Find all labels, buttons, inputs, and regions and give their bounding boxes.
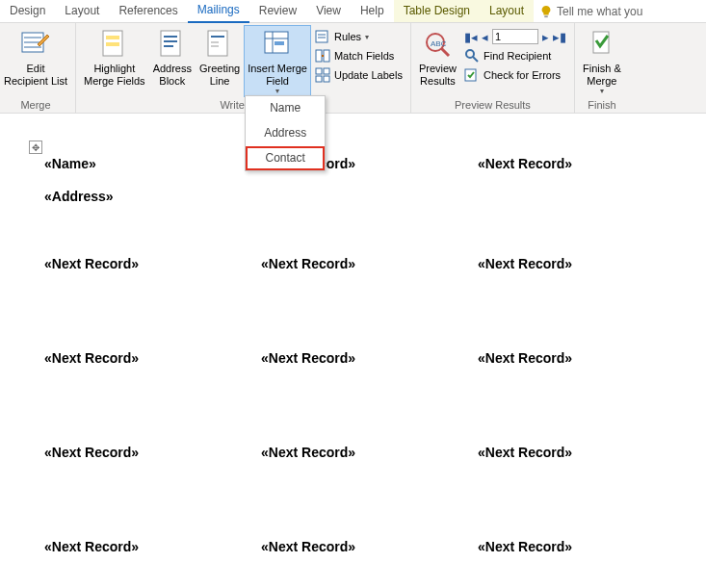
last-record-button[interactable]: ▸▮ <box>553 30 566 44</box>
svg-point-33 <box>466 50 474 58</box>
preview-icon: ABC <box>422 29 453 60</box>
label-cell[interactable]: «Next Record» <box>261 533 478 588</box>
svg-rect-27 <box>324 68 329 74</box>
tab-mailings[interactable]: Mailings <box>188 0 249 23</box>
label-cell[interactable]: «Next Record» <box>478 345 694 439</box>
lightbulb-icon <box>539 5 553 18</box>
svg-rect-28 <box>316 76 322 82</box>
next-record-button[interactable]: ▸ <box>542 30 549 44</box>
label-cell[interactable]: «Next Record» <box>478 439 694 533</box>
label-table: «Name» «Address» «Next Record» «Next Rec… <box>44 156 694 588</box>
address-block-button[interactable]: Address Block <box>149 25 196 89</box>
group-label-write: Write & In <box>80 97 406 113</box>
recipient-list-icon <box>20 29 51 60</box>
field-option-name[interactable]: Name <box>246 96 325 121</box>
next-record-field: «Next Record» <box>478 156 572 171</box>
first-record-button[interactable]: ▮◂ <box>464 30 478 44</box>
update-labels-icon <box>315 67 330 83</box>
svg-rect-26 <box>316 68 322 74</box>
address-block-icon <box>157 29 188 60</box>
finish-icon <box>587 29 617 60</box>
record-navigator: ▮◂ ◂ ▸ ▸▮ <box>460 27 570 46</box>
svg-rect-0 <box>544 15 548 17</box>
tab-review[interactable]: Review <box>249 0 306 22</box>
svg-rect-36 <box>593 32 609 53</box>
match-fields-icon <box>315 48 330 64</box>
highlight-merge-fields-button[interactable]: Highlight Merge Fields <box>80 25 149 89</box>
check-errors-button[interactable]: Check for Errors <box>460 65 570 85</box>
next-record-field: «Next Record» <box>44 350 139 366</box>
chevron-down-icon: ▾ <box>365 33 369 41</box>
label-cell[interactable]: «Next Record» <box>261 345 478 439</box>
update-labels-button[interactable]: Update Labels <box>311 65 406 85</box>
next-record-field: «Next Record» <box>478 350 572 366</box>
tab-view[interactable]: View <box>306 0 351 22</box>
insert-merge-field-button[interactable]: Insert Merge Field ▾ Name Address Contac… <box>244 25 311 97</box>
svg-line-31 <box>441 48 449 56</box>
merge-field-address: «Address» <box>44 189 261 204</box>
label-cell[interactable]: «Next Record» <box>478 533 694 588</box>
label-cell[interactable]: «Name» «Address» <box>44 156 261 250</box>
label-cell[interactable]: «Next Record» <box>44 250 261 345</box>
merge-field-dropdown: Name Address Contact <box>245 95 326 171</box>
svg-rect-19 <box>275 41 284 45</box>
insert-field-icon <box>262 29 293 60</box>
svg-text:ABC: ABC <box>431 39 447 48</box>
label-cell[interactable]: «Next Record» <box>261 439 478 533</box>
highlight-icon <box>99 29 130 60</box>
svg-rect-7 <box>106 42 119 46</box>
preview-results-button[interactable]: ABC Preview Results <box>415 25 460 89</box>
label-cell[interactable]: «Next Record» <box>478 156 694 250</box>
tell-me-text: Tell me what you <box>557 5 642 18</box>
field-option-contact[interactable]: Contact <box>246 146 325 171</box>
svg-rect-6 <box>106 36 119 39</box>
tab-table-layout[interactable]: Layout <box>480 0 534 22</box>
next-record-field: «Next Record» <box>478 256 572 271</box>
group-label-finish: Finish <box>579 97 625 113</box>
svg-rect-24 <box>324 50 329 62</box>
document-canvas[interactable]: ✥ «Name» «Address» «Next Record» «Next R… <box>0 114 706 588</box>
rules-icon <box>315 29 330 44</box>
chevron-down-icon: ▾ <box>600 87 604 95</box>
next-record-field: «Next Record» <box>261 350 355 366</box>
svg-line-34 <box>473 57 478 62</box>
find-icon <box>464 48 480 64</box>
find-recipient-button[interactable]: Find Recipient <box>460 46 570 65</box>
next-record-field: «Next Record» <box>261 256 355 271</box>
next-record-field: «Next Record» <box>261 539 355 554</box>
svg-rect-8 <box>161 31 180 56</box>
label-cell[interactable]: «Next Record» <box>44 533 261 588</box>
next-record-field: «Next Record» <box>44 445 139 460</box>
label-cell[interactable]: «Next Record» <box>44 345 261 439</box>
svg-rect-20 <box>316 31 327 42</box>
group-label-preview: Preview Results <box>415 97 570 113</box>
label-cell[interactable]: «Next Record» <box>44 439 261 533</box>
record-number-input[interactable] <box>492 29 538 44</box>
ribbon: Edit Recipient List Merge Highlight Merg… <box>0 23 706 114</box>
group-label-merge: Merge <box>0 97 71 113</box>
tab-design[interactable]: Design <box>0 0 55 22</box>
rules-button[interactable]: Rules ▾ <box>311 27 406 46</box>
svg-rect-29 <box>324 76 329 82</box>
tab-table-design[interactable]: Table Design <box>394 0 480 22</box>
greeting-line-button[interactable]: Greeting Line <box>196 25 244 89</box>
match-fields-button[interactable]: Match Fields <box>311 46 406 65</box>
prev-record-button[interactable]: ◂ <box>482 30 488 44</box>
tab-layout[interactable]: Layout <box>55 0 109 22</box>
ribbon-tabs: Design Layout References Mailings Review… <box>0 0 706 23</box>
tell-me-search[interactable]: Tell me what you <box>534 5 642 18</box>
edit-recipient-list-button[interactable]: Edit Recipient List <box>0 25 71 89</box>
table-move-handle[interactable]: ✥ <box>29 141 42 154</box>
merge-field-name: «Name» <box>44 156 261 171</box>
label-cell[interactable]: «Next Record» <box>478 250 694 345</box>
greeting-icon <box>204 29 235 60</box>
svg-rect-23 <box>316 50 322 62</box>
next-record-field: «Next Record» <box>261 445 355 460</box>
finish-merge-button[interactable]: Finish & Merge ▾ <box>579 25 625 97</box>
tab-help[interactable]: Help <box>351 0 394 22</box>
label-cell[interactable]: «Next Record» <box>261 250 478 345</box>
tab-references[interactable]: References <box>109 0 187 22</box>
field-option-address[interactable]: Address <box>246 121 325 146</box>
next-record-field: «Next Record» <box>44 539 139 554</box>
next-record-field: «Next Record» <box>44 256 139 271</box>
